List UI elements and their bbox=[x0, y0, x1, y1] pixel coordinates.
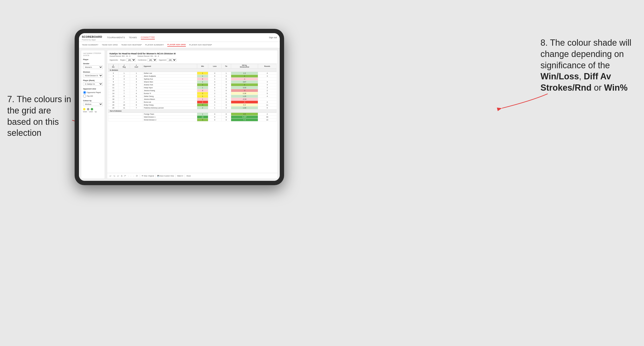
toolbar-share[interactable]: Share bbox=[186, 175, 191, 177]
table-cell: Euna Lee bbox=[143, 101, 197, 104]
table-cell: 2 bbox=[118, 101, 130, 104]
toolbar-view-original[interactable]: 👁 View: Original bbox=[142, 175, 154, 177]
header-nav: TOURNAMENTS TEAMS COMMITTEE bbox=[107, 36, 155, 39]
opponent-filter-group: Opponent (All) bbox=[159, 58, 177, 62]
out-table-cell: 1 bbox=[197, 113, 208, 116]
division-record: Division Record: 331 - 34 - 6 bbox=[138, 55, 159, 57]
toolbar-watch[interactable]: Watch ▾ bbox=[177, 175, 184, 177]
subnav-player-summary[interactable]: PLAYER SUMMARY bbox=[145, 43, 164, 46]
player-rank-select[interactable]: 8. Katelyn Vo bbox=[83, 82, 103, 86]
main-content: Last Updated: 27/03/2024 16:55:38 Player… bbox=[79, 48, 280, 181]
radio-top100[interactable]: Top 100 bbox=[83, 95, 103, 98]
out-table-cell: 30 bbox=[258, 116, 276, 119]
nav-teams[interactable]: TEAMS bbox=[129, 36, 137, 39]
table-cell: 2 bbox=[258, 89, 276, 92]
table-cell: Sharon Mun bbox=[143, 81, 197, 83]
table-cell: 20 bbox=[108, 107, 118, 109]
radio-opponents-played[interactable]: Opponents Played bbox=[83, 91, 103, 94]
table-cell: Alexis Sudjianto bbox=[143, 75, 197, 78]
table-cell: 4 bbox=[231, 75, 258, 78]
out-table-cell: 0 bbox=[221, 119, 231, 121]
toolbar-refresh[interactable]: ↩ bbox=[117, 175, 120, 177]
table-body: In division311Esther Lee1011.54522Alexis… bbox=[108, 69, 276, 121]
colour-by-select[interactable]: Win/loss Diff Av Strokes/Rnd Win% bbox=[83, 102, 103, 106]
region-select[interactable]: (All) bbox=[126, 58, 136, 62]
table-row: 1822Euna Lee030-52 bbox=[108, 101, 276, 104]
gender-select[interactable]: Women's Men's bbox=[83, 65, 103, 69]
annotation-left-text: The colours in the grid are based on thi… bbox=[7, 94, 71, 138]
th-rounds: Rounds bbox=[258, 64, 276, 69]
left-panel: Last Updated: 27/03/2024 16:55:38 Player… bbox=[81, 50, 105, 179]
nav-tournaments[interactable]: TOURNAMENTS bbox=[107, 36, 125, 39]
toolbar: ↩ ↪ ↩ ⎘ ↶ · · · ⏱ 👁 View: Original bbox=[107, 173, 278, 179]
table-cell: 0 bbox=[221, 104, 231, 107]
table-cell: 0 bbox=[197, 89, 208, 92]
table-cell: -0.94 bbox=[231, 98, 258, 101]
subnav-team-summary[interactable]: TEAM SUMMARY bbox=[82, 43, 98, 46]
sign-out-link[interactable]: Sign out bbox=[269, 36, 277, 39]
th-tie: Tie bbox=[221, 64, 231, 69]
table-cell: Sydney Kuo bbox=[143, 78, 197, 81]
table-cell: 2 bbox=[258, 101, 276, 104]
out-division-header: Out of division bbox=[108, 109, 276, 113]
in-division-header: In division bbox=[108, 69, 276, 72]
table-cell: 1 bbox=[197, 75, 208, 78]
toolbar-timer: ⏱ bbox=[135, 175, 138, 177]
opponent-select[interactable]: (All) bbox=[167, 58, 176, 62]
table-cell: 0 bbox=[221, 89, 231, 92]
table-row: 1671Jessica Mason120-0.94 bbox=[108, 98, 276, 101]
table-cell: 8 bbox=[118, 95, 130, 98]
table-cell: 1 bbox=[130, 89, 143, 92]
table-row: 20117Federica Domecq Lacroze2101.336 bbox=[108, 107, 276, 109]
opponent-view-label: Opponent view bbox=[83, 88, 103, 90]
table-cell: Andrea York bbox=[143, 83, 197, 86]
division-select[interactable]: NCAA Division III NCAA Division I NCAA D… bbox=[83, 74, 103, 77]
toolbar-rotate[interactable]: ↶ bbox=[124, 175, 127, 177]
table-cell: 3 bbox=[118, 78, 130, 81]
out-table-cell: 0 bbox=[221, 116, 231, 119]
nav-committee[interactable]: COMMITTEE bbox=[141, 36, 155, 39]
table-cell: Stella Cheng bbox=[143, 95, 197, 98]
table-cell: 0 bbox=[197, 78, 208, 81]
table-cell: 4 bbox=[258, 95, 276, 98]
out-table-cell: 10 bbox=[258, 119, 276, 121]
toolbar-undo2[interactable]: ↪ bbox=[113, 175, 116, 177]
table-cell: 1 bbox=[197, 72, 208, 75]
table-cell: Emily Chang bbox=[143, 104, 197, 107]
table-cell: 1 bbox=[208, 104, 222, 107]
out-table-cell: 15 bbox=[197, 116, 208, 119]
colour-down-label: Down bbox=[83, 111, 87, 113]
toolbar-copy[interactable]: ⎘ bbox=[120, 175, 123, 177]
subnav-team-h2h-heatmap[interactable]: TEAM H2H HEATMAP bbox=[121, 43, 142, 46]
table-cell: 3 bbox=[258, 75, 276, 78]
table-cell: 6 bbox=[130, 104, 143, 107]
th-opponent: Opponent bbox=[143, 64, 197, 69]
subnav-team-h2h-grid[interactable]: TEAM H2H GRID bbox=[102, 43, 118, 46]
table-cell: 4 bbox=[258, 72, 276, 75]
table-cell: 6 bbox=[118, 83, 130, 86]
table-cell: 3 bbox=[130, 86, 143, 89]
opponents-filter-label: Opponents: bbox=[110, 59, 118, 61]
table-cell: 7 bbox=[118, 92, 130, 95]
subnav-player-h2h-heatmap[interactable]: PLAYER H2H HEATMAP bbox=[189, 43, 212, 46]
table-cell: 1.25 bbox=[231, 95, 258, 98]
table-cell: 0 bbox=[221, 75, 231, 78]
table-cell: Jessica Mason bbox=[143, 98, 197, 101]
tablet-screen: SCOREBOARD Powered by clippd TOURNAMENTS… bbox=[79, 33, 280, 181]
table-row: 633Sydney Kuo010-1 bbox=[108, 78, 276, 81]
table-cell: 0 bbox=[208, 81, 222, 83]
annotation-left-num: 7. bbox=[7, 94, 14, 104]
toolbar-undo[interactable]: ↩ bbox=[109, 175, 112, 177]
table-cell: 0.3 bbox=[231, 104, 258, 107]
colour-indicators bbox=[83, 108, 103, 110]
table-cell: 4 bbox=[258, 83, 276, 86]
table-cell: 16 bbox=[108, 98, 118, 101]
subnav-player-h2h-grid[interactable]: PLAYER H2H GRID bbox=[167, 43, 186, 47]
table-cell: 4 bbox=[197, 104, 208, 107]
table-cell: 1 bbox=[118, 72, 130, 75]
table-cell: 15 bbox=[108, 95, 118, 98]
conference-select[interactable]: (All) bbox=[147, 58, 157, 62]
toolbar-save-custom[interactable]: 💾 Save Custom View bbox=[157, 175, 174, 177]
table-cell: 1 bbox=[197, 95, 208, 98]
table-cell: 0 bbox=[197, 101, 208, 104]
